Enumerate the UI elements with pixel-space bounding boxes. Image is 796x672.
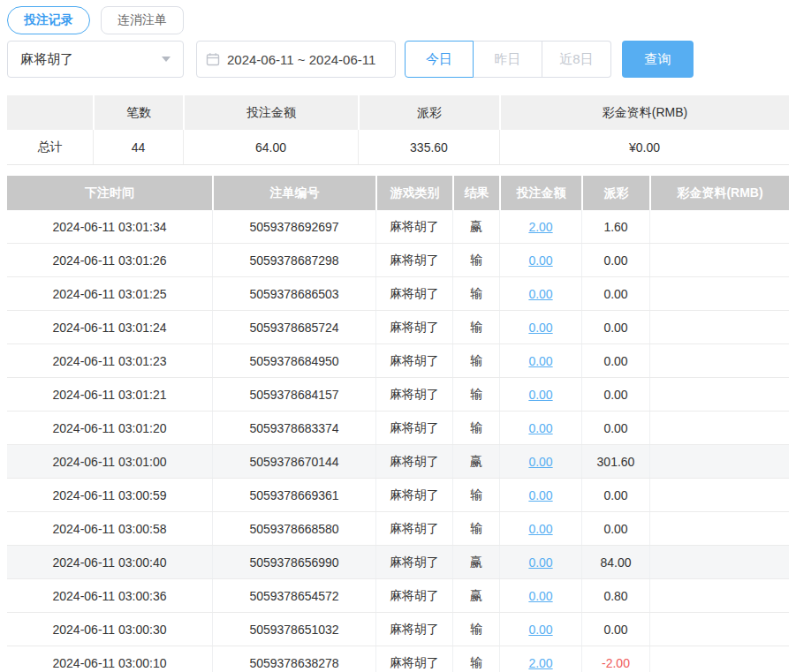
records-body: 2024-06-11 03:01:345059378692697麻将胡了赢2.0… (7, 210, 789, 672)
order-id-cell: 5059378685724 (212, 311, 375, 344)
game-select[interactable]: 麻将胡了 (7, 41, 184, 78)
order-id-cell: 5059378670144 (212, 445, 375, 478)
page: 投注记录 连消注单 麻将胡了 2024-06-11 ~ 2024-06-11 今… (0, 0, 796, 672)
time-cell: 2024-06-11 03:01:00 (7, 445, 212, 478)
order-id-cell: 5059378656990 (212, 546, 375, 578)
bet-amount-link[interactable]: 2.00 (528, 656, 552, 670)
yesterday-button[interactable]: 昨日 (474, 41, 542, 78)
payout-cell: 0.00 (581, 277, 649, 310)
records-header-cell: 彩金资料(RMB) (649, 176, 789, 210)
bet-amount-cell: 0.00 (499, 378, 581, 411)
table-row: 2024-06-11 03:01:255059378686503麻将胡了输0.0… (7, 277, 789, 311)
table-row: 2024-06-11 03:00:365059378654572麻将胡了赢0.0… (7, 579, 789, 613)
payout-cell: 0.00 (581, 244, 649, 276)
today-button[interactable]: 今日 (405, 41, 474, 78)
summary-total-cell: 64.00 (183, 130, 358, 164)
summary-table: 笔数投注金额派彩彩金资料(RMB) 总计4464.00335.60¥0.00 (7, 95, 789, 165)
game-cell: 麻将胡了 (375, 546, 452, 578)
time-cell: 2024-06-11 03:01:24 (7, 311, 212, 344)
time-cell: 2024-06-11 03:01:34 (7, 210, 212, 243)
bet-amount-cell: 2.00 (499, 210, 581, 243)
table-row: 2024-06-11 03:00:305059378651032麻将胡了输0.0… (7, 613, 789, 646)
bet-amount-cell: 0.00 (499, 613, 581, 646)
bet-amount-link[interactable]: 0.00 (528, 589, 552, 603)
summary-header-cell (7, 95, 93, 130)
result-cell: 输 (452, 244, 499, 276)
records-header-cell: 游戏类别 (375, 176, 452, 210)
summary-total-cell: 44 (93, 130, 183, 164)
result-cell: 输 (452, 277, 499, 310)
bet-amount-link[interactable]: 0.00 (528, 555, 552, 570)
summary-total-cell: 总计 (7, 130, 93, 164)
bet-amount-link[interactable]: 0.00 (528, 522, 552, 536)
chevron-down-icon (162, 57, 171, 62)
tab-cancelled-orders[interactable]: 连消注单 (101, 6, 184, 34)
bet-amount-link[interactable]: 0.00 (528, 287, 552, 301)
jackpot-cell (649, 613, 789, 646)
result-cell: 输 (452, 613, 499, 646)
table-row: 2024-06-11 03:01:005059378670144麻将胡了赢0.0… (7, 445, 789, 479)
result-cell: 赢 (452, 546, 499, 578)
order-id-cell: 5059378651032 (212, 613, 375, 646)
date-range-value: 2024-06-11 ~ 2024-06-11 (227, 52, 375, 67)
payout-cell: 0.00 (581, 344, 649, 377)
game-cell: 麻将胡了 (375, 579, 452, 612)
bet-amount-cell: 0.00 (499, 579, 581, 612)
time-cell: 2024-06-11 03:01:20 (7, 412, 212, 444)
last-8-days-button[interactable]: 近8日 (542, 41, 611, 78)
time-cell: 2024-06-11 03:00:10 (7, 646, 212, 672)
result-cell: 输 (452, 512, 499, 545)
jackpot-cell (649, 579, 789, 612)
jackpot-cell (649, 311, 789, 344)
top-tabs: 投注记录 连消注单 (7, 5, 789, 35)
summary-total-row: 总计4464.00335.60¥0.00 (7, 130, 789, 165)
jackpot-cell (649, 244, 789, 276)
bet-amount-link[interactable]: 0.00 (528, 354, 552, 368)
date-range-input[interactable]: 2024-06-11 ~ 2024-06-11 (196, 41, 396, 78)
bet-amount-cell: 0.00 (499, 512, 581, 545)
table-row: 2024-06-11 03:01:245059378685724麻将胡了输0.0… (7, 311, 789, 344)
query-button[interactable]: 查询 (622, 41, 694, 78)
bet-amount-link[interactable]: 0.00 (528, 321, 552, 335)
summary-total-cell: 335.60 (358, 130, 499, 164)
payout-cell: 301.60 (581, 445, 649, 478)
bet-amount-link[interactable]: 0.00 (528, 253, 552, 268)
records-header-cell: 投注金额 (499, 176, 581, 210)
table-row: 2024-06-11 03:00:105059378638278麻将胡了输2.0… (7, 646, 789, 672)
result-cell: 输 (452, 311, 499, 344)
time-cell: 2024-06-11 03:01:26 (7, 244, 212, 276)
summary-total-cell: ¥0.00 (499, 130, 789, 164)
payout-cell: -2.00 (581, 646, 649, 672)
table-row: 2024-06-11 03:00:595059378669361麻将胡了输0.0… (7, 479, 789, 512)
order-id-cell: 5059378686503 (212, 277, 375, 310)
bet-amount-cell: 0.00 (499, 445, 581, 478)
jackpot-cell (649, 344, 789, 377)
payout-cell: 0.00 (581, 378, 649, 411)
bet-amount-link[interactable]: 0.00 (528, 388, 552, 402)
game-cell: 麻将胡了 (375, 210, 452, 243)
payout-cell: 0.00 (581, 613, 649, 646)
game-cell: 麻将胡了 (375, 344, 452, 377)
table-row: 2024-06-11 03:01:205059378683374麻将胡了输0.0… (7, 412, 789, 445)
jackpot-cell (649, 210, 789, 243)
tab-betting-records[interactable]: 投注记录 (7, 6, 90, 34)
bet-amount-link[interactable]: 2.00 (528, 220, 552, 234)
result-cell: 输 (452, 344, 499, 377)
bet-amount-link[interactable]: 0.00 (528, 455, 552, 469)
bet-amount-link[interactable]: 0.00 (528, 421, 552, 435)
time-cell: 2024-06-11 03:00:40 (7, 546, 212, 578)
game-cell: 麻将胡了 (375, 512, 452, 545)
bet-amount-cell: 0.00 (499, 479, 581, 511)
bet-amount-link[interactable]: 0.00 (528, 488, 552, 502)
jackpot-cell (649, 546, 789, 578)
jackpot-cell (649, 445, 789, 478)
records-header-row: 下注时间注单编号游戏类别结果投注金额派彩彩金资料(RMB) (7, 176, 789, 210)
time-cell: 2024-06-11 03:00:58 (7, 512, 212, 545)
quick-date-group: 今日 昨日 近8日 (405, 41, 611, 78)
order-id-cell: 5059378687298 (212, 244, 375, 276)
game-cell: 麻将胡了 (375, 378, 452, 411)
records-header-cell: 派彩 (581, 176, 649, 210)
time-cell: 2024-06-11 03:00:59 (7, 479, 212, 511)
payout-cell: 0.00 (581, 479, 649, 511)
bet-amount-link[interactable]: 0.00 (528, 623, 552, 637)
